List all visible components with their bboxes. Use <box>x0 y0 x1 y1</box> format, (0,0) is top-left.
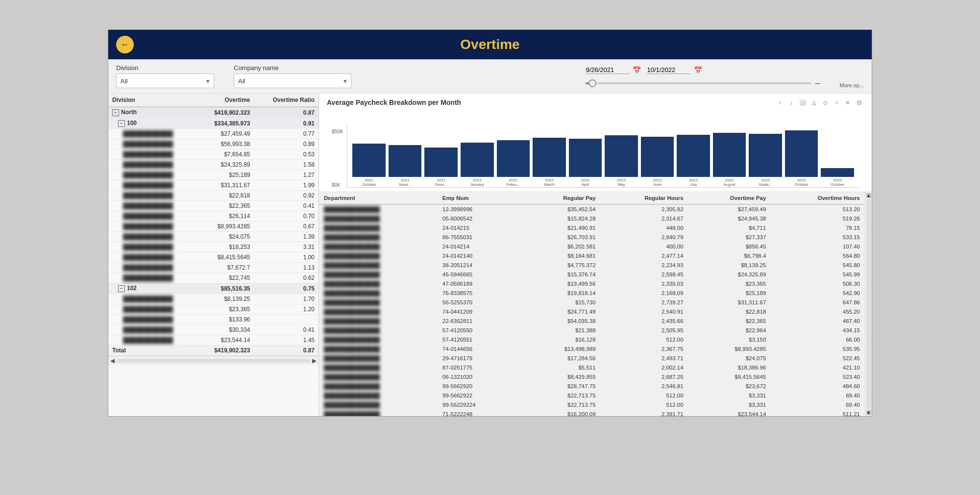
scroll-up-btn[interactable]: ▲ <box>866 193 871 198</box>
chart-expand-btn[interactable]: ⊡ <box>854 98 864 107</box>
scroll-left-icon[interactable]: ◀ <box>110 357 115 364</box>
bar-label: 2022August <box>723 178 735 187</box>
scroll-track-v[interactable] <box>866 199 871 409</box>
company-select[interactable]: All ▾ <box>234 74 351 88</box>
detail-reg-hrs: 2,739.27 <box>601 298 688 307</box>
bar-group: 2022July <box>677 135 710 187</box>
scroll-track[interactable] <box>117 359 310 363</box>
detail-reg-pay: $5,511 <box>515 363 600 372</box>
detail-emp: 05-6006542 <box>438 214 515 223</box>
left-table-overtime: $30,334 <box>197 325 254 335</box>
left-table-cell: ████████████ <box>108 170 197 180</box>
bar[interactable] <box>749 134 782 177</box>
left-table-overtime: $8,993.4285 <box>197 222 254 232</box>
detail-ot-pay: $23,365 <box>688 279 771 289</box>
table-row: ██████████████ 57-4120551 $16,128 512.00… <box>319 335 865 345</box>
table-row: ██████████████ 47-0586189 $19,499.56 2,3… <box>319 279 865 289</box>
bar-group: 2021Nove... <box>389 145 422 187</box>
table-row: ██████████████ 74-0441209 $24,771.49 2,5… <box>319 307 865 317</box>
detail-emp: 57-4120550 <box>438 326 515 335</box>
col-reg-pay[interactable]: Regular Pay <box>515 192 600 204</box>
detail-emp: 24-014215 <box>438 223 515 233</box>
bar[interactable] <box>352 144 386 177</box>
chart-diamond-btn[interactable]: ◇ <box>820 98 830 107</box>
end-date-input[interactable] <box>647 66 691 74</box>
detail-ot-pay: $8,993.4285 <box>688 345 771 354</box>
left-table-cell: ████████████ <box>108 304 197 315</box>
left-table-ratio <box>254 315 318 325</box>
col-ot-hrs[interactable]: Overtime Hours <box>771 192 865 204</box>
chart-lines-btn[interactable]: ≡ <box>843 98 853 107</box>
bar-label: 2022October <box>794 178 808 187</box>
col-reg-hrs[interactable]: Regular Hours <box>601 192 688 204</box>
division-select[interactable]: All ▾ <box>116 74 214 88</box>
bar[interactable] <box>389 145 422 177</box>
scroll-right-icon[interactable]: ▶ <box>312 357 317 364</box>
detail-dept: ██████████████ <box>319 317 438 326</box>
bar[interactable] <box>497 140 530 177</box>
col-emp-num[interactable]: Emp Num <box>438 192 515 204</box>
bar[interactable] <box>424 148 458 177</box>
start-date-field: 📅 <box>586 66 641 74</box>
left-table-ratio: 0.92 <box>254 191 318 201</box>
start-calendar-icon[interactable]: 📅 <box>633 66 641 74</box>
detail-ot-hrs: 69.40 <box>771 391 865 400</box>
detail-dept: ██████████████ <box>319 410 438 417</box>
detail-reg-pay: $13,498,989 <box>515 345 600 354</box>
detail-emp: 45-5946665 <box>438 270 515 279</box>
chart-circle-btn[interactable]: ○ <box>832 98 841 107</box>
bar-label: 2022Septe... <box>759 178 772 187</box>
left-table-cell: ████████████ <box>108 180 197 191</box>
left-table-ratio: 0.87 <box>254 107 318 118</box>
bar[interactable] <box>605 135 638 177</box>
chart-tri-btn[interactable]: △ <box>809 98 819 107</box>
bar[interactable] <box>533 138 566 177</box>
bar[interactable] <box>677 135 710 177</box>
expand-icon[interactable]: − <box>118 285 125 292</box>
bar[interactable] <box>821 168 854 177</box>
detail-ot-pay: $8,139.25 <box>688 261 771 270</box>
detail-dept: ██████████████ <box>319 279 438 289</box>
bar[interactable] <box>641 137 674 177</box>
slider-minus-icon[interactable]: – <box>815 78 820 88</box>
detail-reg-pay: $35,452.54 <box>515 204 600 214</box>
detail-emp: 24-0142140 <box>438 251 515 261</box>
division-label: Division <box>116 64 214 72</box>
col-ot-pay[interactable]: Overtime Pay <box>688 192 771 204</box>
col-dept[interactable]: Department <box>319 192 438 204</box>
start-date-input[interactable] <box>586 66 630 74</box>
chart-down-btn[interactable]: ↓ <box>786 98 796 107</box>
chart-bar-btn[interactable]: ⬜ <box>798 98 808 107</box>
table-row: ██████████████ 06-1321020 $8,429.855 2,6… <box>319 372 865 382</box>
detail-ot-pay: $3,150 <box>688 335 771 345</box>
bar[interactable] <box>713 133 746 177</box>
left-table-ratio: 0.87 <box>254 346 318 356</box>
end-calendar-icon[interactable]: 📅 <box>694 66 702 74</box>
bar-label: 2021October <box>362 178 376 187</box>
chart-up-btn[interactable]: ↑ <box>775 98 785 107</box>
bar[interactable] <box>785 130 818 177</box>
y-axis: $50K $0K <box>332 129 347 188</box>
detail-reg-hrs: 2,002.14 <box>601 363 688 372</box>
left-table-overtime: $56,993.38 <box>197 139 254 149</box>
detail-table-container[interactable]: Department Emp Num Regular Pay Regular H… <box>319 192 865 416</box>
table-row: ██████████████ 57-4120550 $21,388 2,505.… <box>319 326 865 335</box>
bar[interactable] <box>461 143 494 177</box>
slider-thumb[interactable] <box>588 79 596 87</box>
vertical-scrollbar[interactable]: ▲ ▼ <box>865 192 872 416</box>
left-table-ratio: 0.41 <box>254 325 318 335</box>
col-ratio[interactable]: Overtime Ratio <box>254 94 318 107</box>
expand-icon[interactable]: − <box>112 109 119 116</box>
scroll-down-btn[interactable]: ▼ <box>866 410 871 415</box>
more-options-button[interactable]: More op... <box>839 82 864 88</box>
col-division[interactable]: Division <box>108 94 197 107</box>
right-panel: Average Paycheck Breakdown per Month ↑ ↓… <box>319 94 872 416</box>
back-button[interactable]: ← <box>116 36 134 53</box>
left-table-overtime: $85,516.35 <box>197 283 254 294</box>
left-table-cell: ████████████ <box>108 211 197 222</box>
bar-label: 2022January <box>470 178 484 187</box>
bar[interactable] <box>569 139 602 177</box>
expand-icon[interactable]: − <box>118 120 125 127</box>
detail-reg-hrs: 2,168.09 <box>601 289 688 298</box>
col-overtime[interactable]: Overtime <box>197 94 254 107</box>
